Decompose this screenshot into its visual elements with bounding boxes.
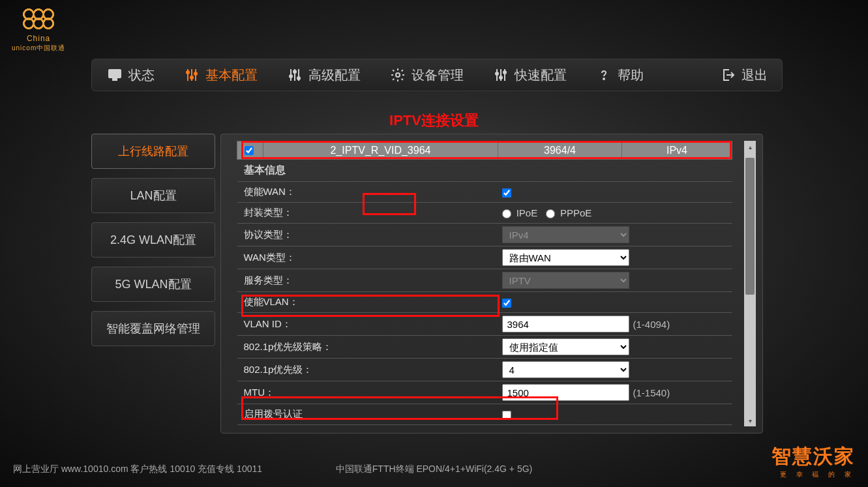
label-encap-type: 封装类型： bbox=[237, 203, 498, 224]
svg-point-12 bbox=[603, 78, 605, 80]
monitor-icon bbox=[106, 66, 123, 83]
enable-wan-checkbox[interactable] bbox=[502, 188, 511, 198]
label-vlan-id: VLAN ID： bbox=[237, 313, 498, 336]
top-nav: 状态 基本配置 高级配置 设备管理 快速配置 帮助 退出 bbox=[91, 59, 783, 91]
nav-device-label: 设备管理 bbox=[412, 66, 464, 84]
scroll-down-icon[interactable]: ▾ bbox=[744, 415, 756, 426]
brand-name: 智慧沃家 bbox=[771, 443, 855, 470]
label-8021p-priority: 802.1p优先级： bbox=[237, 359, 498, 381]
section-basic-info: 基本信息 bbox=[237, 160, 732, 182]
sidebar-item-label: 上行线路配置 bbox=[118, 143, 188, 159]
sidebar-item-wlan5[interactable]: 5G WLAN配置 bbox=[91, 267, 215, 302]
sidebar-item-mesh[interactable]: 智能覆盖网络管理 bbox=[91, 311, 215, 346]
label-mtu: MTU： bbox=[237, 381, 498, 404]
connection-select-checkbox[interactable] bbox=[245, 146, 254, 155]
sliders-icon bbox=[183, 66, 200, 83]
scroll-up-icon[interactable]: ▴ bbox=[744, 141, 756, 153]
scroll-thumb[interactable] bbox=[745, 158, 755, 295]
encap-pppoe-radio[interactable] bbox=[546, 209, 555, 218]
p8021-priority-select[interactable]: 4 bbox=[502, 361, 629, 378]
nav-quick-config[interactable]: 快速配置 bbox=[478, 59, 581, 91]
svg-point-2 bbox=[187, 71, 189, 74]
footer-device-model: 中国联通FTTH终端 EPON/4+1+WiFi(2.4G + 5G) bbox=[336, 464, 532, 475]
nav-status-label: 状态 bbox=[128, 66, 155, 84]
nav-quick-label: 快速配置 bbox=[515, 66, 567, 84]
logout-icon bbox=[719, 66, 736, 83]
service-type-select: IPTV bbox=[502, 272, 629, 289]
connection-proto: IPv4 bbox=[622, 141, 732, 160]
svg-point-8 bbox=[396, 73, 400, 77]
footer: 网上营业厅 www.10010.com 客户热线 10010 充值专线 1001… bbox=[13, 464, 855, 475]
nav-advanced-label: 高级配置 bbox=[308, 66, 361, 84]
encap-ipoe-option[interactable]: IPoE bbox=[502, 207, 538, 218]
settings-panel: 2_IPTV_R_VID_3964 3964/4 IPv4 基本信息 使能WAN… bbox=[220, 134, 763, 434]
nav-basic-config[interactable]: 基本配置 bbox=[169, 59, 272, 91]
nav-basic-label: 基本配置 bbox=[205, 66, 258, 84]
svg-point-3 bbox=[190, 76, 193, 79]
encap-pppoe-option[interactable]: PPPoE bbox=[546, 207, 592, 218]
wan-type-select[interactable]: 路由WAN bbox=[502, 249, 629, 266]
vlan-id-input[interactable] bbox=[502, 316, 629, 332]
sliders-icon bbox=[286, 66, 303, 83]
sidebar-item-label: 智能覆盖网络管理 bbox=[106, 321, 200, 336]
gear-icon bbox=[389, 66, 406, 83]
connection-vlan: 3964/4 bbox=[498, 141, 622, 160]
label-enable-vlan: 使能VLAN： bbox=[237, 292, 498, 313]
nav-logout[interactable]: 退出 bbox=[705, 59, 782, 91]
label-service-type: 服务类型： bbox=[237, 269, 498, 292]
brand-slogan: 更 幸 福 的 家 bbox=[771, 470, 855, 479]
nav-status[interactable]: 状态 bbox=[92, 59, 169, 91]
label-8021p-policy: 802.1p优先级策略： bbox=[237, 336, 498, 359]
sliders-icon bbox=[492, 66, 509, 83]
china-unicom-knot-icon bbox=[19, 7, 58, 33]
svg-rect-1 bbox=[113, 79, 117, 80]
enable-vlan-checkbox[interactable] bbox=[502, 299, 511, 308]
sidebar-item-lan[interactable]: LAN配置 bbox=[91, 178, 215, 213]
page-title: IPTV连接设置 bbox=[0, 111, 868, 130]
svg-rect-0 bbox=[109, 70, 121, 78]
sidebar-item-uplink[interactable]: 上行线路配置 bbox=[91, 134, 215, 169]
brand-logo: Chinaunicom中国联通 bbox=[12, 7, 65, 53]
label-dial-auth: 启用拨号认证 bbox=[237, 404, 498, 425]
footer-left: 网上营业厅 www.10010.com 客户热线 10010 充值专线 1001… bbox=[13, 464, 262, 474]
nav-logout-label: 退出 bbox=[741, 66, 768, 84]
footer-brand: 智慧沃家 更 幸 福 的 家 bbox=[771, 443, 855, 479]
nav-help-label: 帮助 bbox=[618, 66, 644, 84]
label-protocol-type: 协议类型： bbox=[237, 224, 498, 246]
label-wan-type: WAN类型： bbox=[237, 246, 498, 269]
scrollbar[interactable]: ▴ ▾ bbox=[744, 141, 756, 426]
label-enable-wan: 使能WAN： bbox=[237, 182, 498, 203]
connection-name: 2_IPTV_R_VID_3964 bbox=[263, 141, 498, 160]
nav-help[interactable]: 帮助 bbox=[581, 59, 658, 91]
connection-row[interactable]: 2_IPTV_R_VID_3964 3964/4 IPv4 bbox=[237, 141, 732, 160]
encap-ipoe-radio[interactable] bbox=[502, 209, 511, 218]
protocol-type-select: IPv4 bbox=[502, 226, 629, 243]
mtu-hint: (1-1540) bbox=[633, 387, 670, 398]
svg-point-4 bbox=[194, 72, 197, 75]
nav-advanced-config[interactable]: 高级配置 bbox=[272, 59, 375, 91]
mtu-input[interactable] bbox=[502, 384, 629, 401]
dial-auth-checkbox[interactable] bbox=[502, 411, 511, 420]
vlan-id-hint: (1-4094) bbox=[633, 319, 670, 330]
sidebar-item-label: 5G WLAN配置 bbox=[115, 276, 191, 292]
nav-device-mgmt[interactable]: 设备管理 bbox=[375, 59, 478, 91]
sidebar-item-wlan24[interactable]: 2.4G WLAN配置 bbox=[91, 222, 215, 258]
sidebar-item-label: LAN配置 bbox=[130, 188, 176, 203]
sidebar: 上行线路配置 LAN配置 2.4G WLAN配置 5G WLAN配置 智能覆盖网… bbox=[91, 134, 215, 346]
p8021-policy-select[interactable]: 使用指定值 bbox=[502, 338, 629, 355]
question-icon bbox=[595, 66, 612, 83]
sidebar-item-label: 2.4G WLAN配置 bbox=[110, 232, 196, 248]
